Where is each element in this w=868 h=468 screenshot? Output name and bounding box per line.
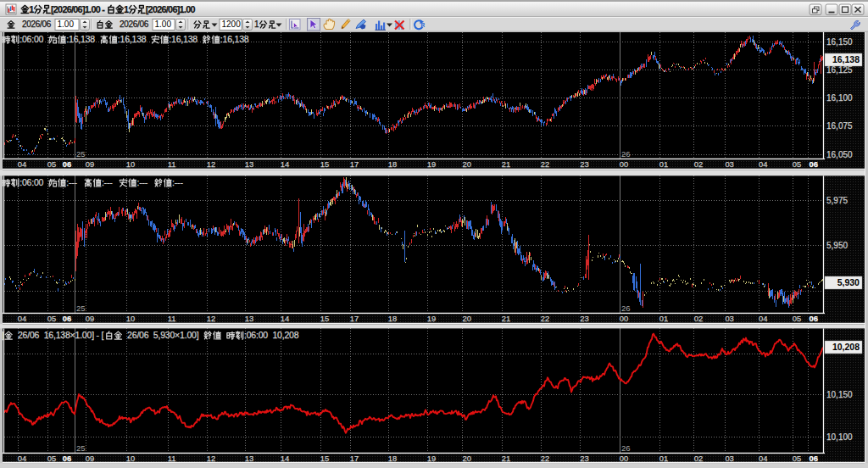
- svg-text:00: 00: [620, 314, 628, 323]
- svg-text:06: 06: [810, 454, 818, 463]
- svg-text::06:00: :06:00: [19, 177, 47, 187]
- svg-text:19: 19: [427, 159, 436, 169]
- svg-text:05: 05: [793, 159, 801, 169]
- svg-text:19: 19: [427, 454, 436, 463]
- svg-text:26/06 5,930×1.00]: 26/06 5,930×1.00]: [123, 330, 203, 340]
- svg-text:1: 1: [124, 4, 129, 14]
- svg-text:[2026/06]1.00 -: [2026/06]1.00 -: [51, 4, 107, 14]
- svg-text:10: 10: [126, 159, 135, 169]
- svg-text:26: 26: [621, 149, 631, 159]
- svg-text::06:00: :06:00: [19, 34, 47, 44]
- svg-text:25: 25: [76, 149, 86, 159]
- svg-text::16,138: :16,138: [220, 34, 249, 44]
- svg-text:17: 17: [350, 314, 359, 323]
- svg-text:21: 21: [502, 159, 510, 169]
- svg-text:05: 05: [793, 314, 801, 323]
- svg-text:10,208: 10,208: [832, 342, 860, 352]
- svg-text:09: 09: [86, 159, 94, 169]
- svg-text:15: 15: [320, 314, 329, 323]
- svg-text:16,050: 16,050: [826, 150, 853, 159]
- svg-text:13: 13: [245, 314, 253, 323]
- svg-text:23: 23: [580, 454, 588, 463]
- svg-text:1200: 1200: [222, 20, 242, 29]
- svg-text:17: 17: [350, 454, 359, 463]
- svg-text:04: 04: [18, 159, 26, 169]
- svg-text:00: 00: [620, 454, 628, 463]
- svg-text:06: 06: [63, 454, 71, 463]
- svg-text:13: 13: [245, 159, 253, 169]
- svg-text:09: 09: [86, 454, 94, 463]
- svg-text:20: 20: [463, 454, 471, 463]
- svg-text:09: 09: [86, 314, 94, 323]
- svg-text:19: 19: [427, 314, 436, 323]
- svg-text:[2026/06]1.00: [2026/06]1.00: [146, 4, 196, 14]
- svg-text:16,150: 16,150: [826, 37, 853, 47]
- svg-text:04: 04: [759, 314, 767, 323]
- svg-text:11: 11: [168, 314, 176, 323]
- svg-text:20: 20: [463, 314, 471, 323]
- svg-text:1: 1: [29, 4, 34, 14]
- svg-text:20: 20: [463, 159, 471, 169]
- svg-text:16,075: 16,075: [826, 121, 853, 131]
- svg-text:03: 03: [725, 454, 733, 463]
- svg-text:22: 22: [541, 454, 549, 463]
- svg-text:14: 14: [281, 314, 289, 323]
- svg-text:01: 01: [659, 159, 668, 169]
- svg-text:2026/06: 2026/06: [120, 20, 149, 29]
- svg-text:18: 18: [388, 454, 397, 463]
- svg-text::16,138: :16,138: [169, 34, 202, 44]
- svg-text:12: 12: [207, 159, 215, 169]
- svg-text:18: 18: [388, 159, 397, 169]
- svg-text:11: 11: [168, 159, 176, 169]
- svg-text:01: 01: [659, 454, 668, 463]
- svg-text:1.00: 1.00: [58, 20, 75, 29]
- svg-text:04: 04: [759, 159, 767, 169]
- svg-text:12: 12: [207, 314, 215, 323]
- svg-text:26/06 16,138×1.00] - [: 26/06 16,138×1.00] - [: [14, 330, 104, 340]
- svg-text:05: 05: [47, 159, 56, 169]
- svg-text::16,138: :16,138: [118, 34, 151, 44]
- svg-text::16,138: :16,138: [66, 34, 99, 44]
- svg-text:[: [: [2, 330, 4, 340]
- svg-text:23: 23: [580, 314, 588, 323]
- svg-text:10,150: 10,150: [826, 390, 853, 399]
- svg-text:5,975: 5,975: [826, 196, 848, 205]
- svg-text:10,100: 10,100: [826, 432, 853, 442]
- svg-text:16,125: 16,125: [826, 65, 853, 75]
- svg-text:1: 1: [254, 20, 259, 29]
- svg-text:15: 15: [320, 159, 329, 169]
- svg-text:04: 04: [759, 454, 767, 463]
- svg-text:17: 17: [350, 159, 359, 169]
- svg-text:21: 21: [502, 454, 510, 463]
- svg-text:00: 00: [620, 159, 628, 169]
- svg-text:21: 21: [502, 314, 510, 323]
- svg-text:11: 11: [168, 454, 176, 463]
- svg-text:26: 26: [621, 304, 631, 313]
- svg-text:13: 13: [245, 454, 253, 463]
- svg-text:16,138: 16,138: [832, 54, 860, 64]
- svg-text::---: :---: [66, 177, 81, 187]
- svg-text:06: 06: [810, 314, 818, 323]
- svg-text:12: 12: [207, 454, 215, 463]
- svg-text:22: 22: [541, 159, 549, 169]
- svg-text:04: 04: [18, 454, 26, 463]
- svg-text:05: 05: [47, 314, 56, 323]
- svg-text::---: :---: [102, 177, 117, 187]
- svg-text:14: 14: [281, 159, 289, 169]
- svg-text:03: 03: [725, 314, 733, 323]
- svg-text:22: 22: [541, 314, 549, 323]
- svg-text:16,100: 16,100: [826, 93, 853, 103]
- svg-text:R: R: [421, 22, 426, 28]
- svg-text:5,930: 5,930: [837, 277, 860, 287]
- svg-text::06:00 10,208: :06:00 10,208: [244, 330, 299, 340]
- svg-text:06: 06: [63, 159, 71, 169]
- svg-text:05: 05: [47, 454, 56, 463]
- svg-text:05: 05: [793, 454, 801, 463]
- svg-text:02: 02: [694, 159, 703, 169]
- svg-text:5,950: 5,950: [826, 241, 848, 250]
- svg-text:01: 01: [659, 314, 668, 323]
- svg-text:03: 03: [725, 159, 733, 169]
- svg-text:14: 14: [281, 454, 289, 463]
- svg-text:26: 26: [621, 443, 631, 453]
- svg-text::---: :---: [172, 177, 183, 187]
